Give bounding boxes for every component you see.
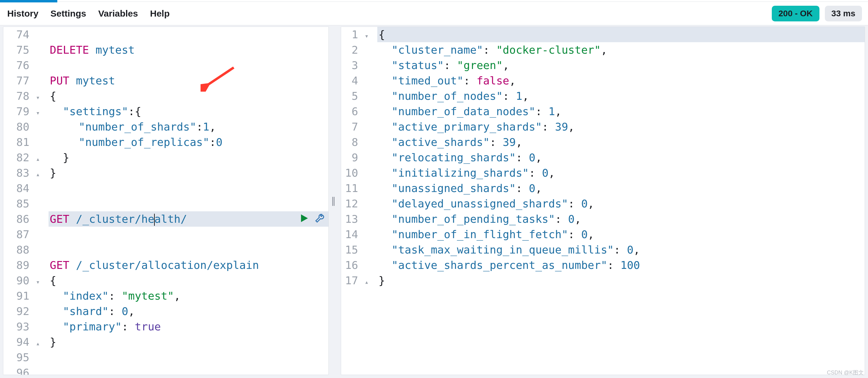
code-line[interactable]: 6 "number_of_data_nodes": 1, xyxy=(341,104,865,119)
menu-variables[interactable]: Variables xyxy=(98,8,138,19)
response-viewer[interactable]: 1 ▾{2 "cluster_name": "docker-cluster",3… xyxy=(341,27,865,375)
code-line[interactable]: 88 xyxy=(3,242,329,257)
workspace: 74 75 DELETE mytest76 77 PUT mytest78 ▾{… xyxy=(0,25,868,378)
code-line[interactable]: 17 ▴} xyxy=(341,273,865,288)
code-line[interactable]: 7 "active_primary_shards": 39, xyxy=(341,119,865,134)
line-number: 93 xyxy=(3,319,49,334)
text-cursor xyxy=(154,214,155,226)
pane-splitter[interactable]: ‖ xyxy=(329,27,338,375)
code-line[interactable]: 95 xyxy=(3,350,329,365)
request-editor[interactable]: 74 75 DELETE mytest76 77 PUT mytest78 ▾{… xyxy=(3,27,329,375)
code-content[interactable]: "number_of_in_flight_fetch": 0, xyxy=(377,227,865,242)
response-time-badge: 33 ms xyxy=(825,6,862,22)
code-line[interactable]: 3 "status": "green", xyxy=(341,58,865,73)
code-line[interactable]: 92 "shard": 0, xyxy=(3,304,329,319)
code-line[interactable]: 12 "delayed_unassigned_shards": 0, xyxy=(341,196,865,211)
line-number: 3 xyxy=(341,58,377,73)
code-line[interactable]: 4 "timed_out": false, xyxy=(341,73,865,88)
code-content[interactable]: } xyxy=(377,273,865,288)
code-content[interactable]: { xyxy=(377,27,865,42)
code-line[interactable]: 75 DELETE mytest xyxy=(3,42,329,58)
code-line[interactable]: 16 "active_shards_percent_as_number": 10… xyxy=(341,257,865,273)
line-number: 5 xyxy=(341,88,377,104)
code-line[interactable]: 80 "number_of_shards":1, xyxy=(3,119,329,134)
line-number: 80 xyxy=(3,119,49,134)
code-content[interactable]: "delayed_unassigned_shards": 0, xyxy=(377,196,865,211)
code-content[interactable]: "status": "green", xyxy=(377,58,865,73)
line-number: 77 xyxy=(3,73,49,88)
line-number: 6 xyxy=(341,104,377,119)
code-line[interactable]: 89 GET /_cluster/allocation/explain xyxy=(3,257,329,273)
code-content[interactable]: "active_shards": 39, xyxy=(377,134,865,150)
code-content[interactable]: { xyxy=(49,88,329,104)
line-number: 95 xyxy=(3,350,49,365)
code-content[interactable]: DELETE mytest xyxy=(49,42,329,58)
line-number: 14 xyxy=(341,227,377,242)
code-content[interactable]: PUT mytest xyxy=(49,73,329,88)
line-number: 87 xyxy=(3,227,49,242)
code-content[interactable]: "relocating_shards": 0, xyxy=(377,150,865,165)
code-content[interactable]: "settings":{ xyxy=(49,104,329,119)
line-number: 86 xyxy=(3,211,49,227)
code-content[interactable]: "cluster_name": "docker-cluster", xyxy=(377,42,865,58)
code-line[interactable]: 8 "active_shards": 39, xyxy=(341,134,865,150)
code-line[interactable]: 79 ▾ "settings":{ xyxy=(3,104,329,119)
line-number: 12 xyxy=(341,196,377,211)
menu-bar: History Settings Variables Help xyxy=(7,8,170,19)
code-line[interactable]: 74 xyxy=(3,27,329,42)
code-content[interactable]: } xyxy=(49,165,329,181)
code-line[interactable]: 5 "number_of_nodes": 1, xyxy=(341,88,865,104)
code-content[interactable]: "index": "mytest", xyxy=(49,288,329,304)
code-content[interactable]: } xyxy=(49,150,329,165)
code-line[interactable]: 13 "number_of_pending_tasks": 0, xyxy=(341,211,865,227)
code-content[interactable]: "shard": 0, xyxy=(49,304,329,319)
code-content[interactable]: GET /_cluster/health/ xyxy=(49,211,329,227)
code-content[interactable]: { xyxy=(49,273,329,288)
line-number: 91 xyxy=(3,288,49,304)
code-line[interactable]: 86 GET /_cluster/health/ xyxy=(3,211,329,227)
code-line[interactable]: 96 xyxy=(3,365,329,375)
run-icon[interactable] xyxy=(299,213,309,223)
code-content[interactable]: "timed_out": false, xyxy=(377,73,865,88)
code-line[interactable]: 14 "number_of_in_flight_fetch": 0, xyxy=(341,227,865,242)
code-content[interactable]: "task_max_waiting_in_queue_millis": 0, xyxy=(377,242,865,257)
code-content[interactable]: "unassigned_shards": 0, xyxy=(377,181,865,196)
code-line[interactable]: 93 "primary": true xyxy=(3,319,329,334)
menu-settings[interactable]: Settings xyxy=(50,8,86,19)
code-line[interactable]: 1 ▾{ xyxy=(341,27,865,42)
code-line[interactable]: 15 "task_max_waiting_in_queue_millis": 0… xyxy=(341,242,865,257)
code-content[interactable]: "initializing_shards": 0, xyxy=(377,165,865,181)
code-content[interactable]: "number_of_data_nodes": 1, xyxy=(377,104,865,119)
code-line[interactable]: 85 xyxy=(3,196,329,211)
code-line[interactable]: 11 "unassigned_shards": 0, xyxy=(341,181,865,196)
code-line[interactable]: 2 "cluster_name": "docker-cluster", xyxy=(341,42,865,58)
code-content[interactable]: "number_of_shards":1, xyxy=(49,119,329,134)
code-line[interactable]: 87 xyxy=(3,227,329,242)
code-line[interactable]: 91 "index": "mytest", xyxy=(3,288,329,304)
wrench-icon[interactable] xyxy=(315,213,325,223)
code-line[interactable]: 84 xyxy=(3,181,329,196)
menu-help[interactable]: Help xyxy=(150,8,169,19)
code-content[interactable]: "active_primary_shards": 39, xyxy=(377,119,865,134)
code-line[interactable]: 10 "initializing_shards": 0, xyxy=(341,165,865,181)
code-line[interactable]: 94 ▴} xyxy=(3,334,329,350)
code-line[interactable]: 82 ▴ } xyxy=(3,150,329,165)
code-content[interactable]: "number_of_nodes": 1, xyxy=(377,88,865,104)
code-line[interactable]: 90 ▾{ xyxy=(3,273,329,288)
line-number: 10 xyxy=(341,165,377,181)
code-line[interactable]: 77 PUT mytest xyxy=(3,73,329,88)
code-line[interactable]: 81 "number_of_replicas":0 xyxy=(3,134,329,150)
code-line[interactable]: 83 ▴} xyxy=(3,165,329,181)
code-line[interactable]: 78 ▾{ xyxy=(3,88,329,104)
code-content[interactable]: "number_of_pending_tasks": 0, xyxy=(377,211,865,227)
line-number: 83 ▴ xyxy=(3,165,49,181)
code-content[interactable]: "number_of_replicas":0 xyxy=(49,134,329,150)
code-content[interactable]: GET /_cluster/allocation/explain xyxy=(49,257,329,273)
code-content[interactable]: "active_shards_percent_as_number": 100 xyxy=(377,257,865,273)
code-content[interactable]: } xyxy=(49,334,329,350)
line-number: 89 xyxy=(3,257,49,273)
code-content[interactable]: "primary": true xyxy=(49,319,329,334)
code-line[interactable]: 9 "relocating_shards": 0, xyxy=(341,150,865,165)
code-line[interactable]: 76 xyxy=(3,58,329,73)
menu-history[interactable]: History xyxy=(7,8,38,19)
